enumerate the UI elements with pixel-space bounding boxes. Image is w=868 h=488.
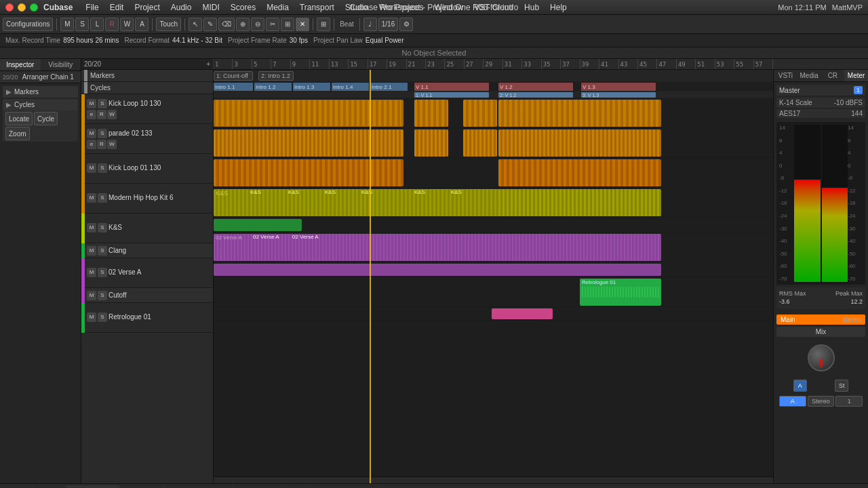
- track-row-verse[interactable]: M S 02 Verse A: [81, 258, 213, 288]
- mute-hiphop[interactable]: M: [87, 193, 96, 203]
- section-intro12[interactable]: Intro 1.2: [254, 83, 292, 91]
- mute-retrologue[interactable]: M: [87, 312, 96, 322]
- clip-kick2-intro[interactable]: [214, 159, 403, 186]
- tool-zoom-in[interactable]: ⊕: [236, 18, 250, 31]
- routing-a-btn[interactable]: A: [779, 396, 806, 407]
- mode-a-button[interactable]: A: [135, 18, 149, 31]
- quantize-button[interactable]: 1/16: [378, 18, 398, 31]
- track-row-retrologue[interactable]: M S Retrologue 01: [81, 303, 213, 333]
- menu-transport[interactable]: Transport: [295, 1, 339, 14]
- clip-cutoff[interactable]: [214, 264, 661, 276]
- btab-editor[interactable]: Editor: [33, 485, 66, 488]
- section-v13[interactable]: V 1.3: [581, 83, 656, 91]
- section-intro11[interactable]: Intro 1.1: [214, 83, 253, 91]
- solo-retrologue[interactable]: S: [98, 312, 107, 322]
- track-row-cutoff[interactable]: M S Cutoff: [81, 288, 213, 303]
- metronome-button[interactable]: ♩: [363, 18, 377, 31]
- inspector-tab-visibility[interactable]: Visibility: [41, 59, 81, 70]
- solo-hiphop[interactable]: S: [98, 193, 107, 203]
- minimize-button[interactable]: [18, 3, 26, 12]
- fullscreen-button[interactable]: [30, 3, 38, 12]
- mute-cutoff[interactable]: M: [87, 291, 96, 300]
- track-row-hiphop[interactable]: M S Modern Hip Hop Kit 6: [81, 184, 213, 214]
- solo-kick1[interactable]: S: [98, 99, 107, 108]
- btab-settings[interactable]: ⚙: [286, 485, 307, 489]
- track-row-ks[interactable]: M S K&S: [81, 214, 213, 243]
- solo-kick2[interactable]: S: [98, 163, 107, 173]
- tool-zoom-out[interactable]: ⊖: [251, 18, 264, 31]
- cycles-header[interactable]: ▶ Cycles: [3, 99, 78, 110]
- mode-s-button[interactable]: S: [75, 18, 89, 31]
- ch-btn-a[interactable]: A: [793, 380, 807, 392]
- routing-stereo-btn[interactable]: Stereo: [808, 396, 835, 407]
- tool-glue[interactable]: ⊞: [281, 18, 294, 31]
- clip-kick1-v11a[interactable]: [414, 100, 448, 127]
- btab-mixconsole[interactable]: MixConsole: [66, 485, 119, 488]
- clip-pink[interactable]: [492, 308, 553, 319]
- horizontal-scrollbar[interactable]: [214, 476, 773, 483]
- tool-scissors[interactable]: ✂: [266, 18, 279, 31]
- solo-parade[interactable]: S: [98, 129, 107, 138]
- solo-cutoff[interactable]: S: [98, 291, 107, 300]
- menu-project[interactable]: Project: [130, 1, 164, 14]
- write-parade[interactable]: W: [107, 140, 117, 149]
- tool-eraser[interactable]: ⌫: [218, 18, 235, 31]
- mute-parade[interactable]: M: [87, 129, 96, 138]
- clip-parade-intro[interactable]: [214, 129, 403, 157]
- clip-kick2-v12-v13[interactable]: [498, 159, 661, 186]
- channel-select[interactable]: Main stereo: [776, 314, 865, 325]
- close-button[interactable]: [5, 3, 14, 12]
- clip-retrologue[interactable]: Retrologue 01: [580, 279, 661, 306]
- write-kick1[interactable]: W: [107, 110, 117, 119]
- markers-header[interactable]: ▶ Markers: [3, 86, 78, 98]
- menu-help[interactable]: Help: [545, 1, 572, 14]
- section-v12[interactable]: V 1.2: [498, 83, 573, 91]
- right-tab-media[interactable]: Media: [797, 70, 821, 81]
- main-knob[interactable]: [808, 344, 835, 371]
- clip-parade-v11a[interactable]: [414, 129, 448, 157]
- clip-parade-v11b[interactable]: [463, 129, 497, 157]
- right-tab-vsti[interactable]: VSTi: [774, 70, 797, 81]
- menu-edit[interactable]: Edit: [105, 1, 129, 14]
- configurations-dropdown[interactable]: Configurations: [3, 18, 53, 31]
- clip-clang[interactable]: [214, 219, 302, 231]
- ch-btn-stereo[interactable]: St: [835, 380, 848, 392]
- track-row-cycles[interactable]: Cycles: [81, 82, 213, 94]
- right-tab-meter[interactable]: Meter: [844, 70, 868, 81]
- track-row-parade[interactable]: M S parade 02 133 e R W: [81, 124, 213, 154]
- clip-ks-v2[interactable]: [498, 189, 661, 216]
- menu-hub[interactable]: Hub: [519, 1, 544, 14]
- track-row-clang[interactable]: M S Clang: [81, 243, 213, 258]
- menu-media[interactable]: Media: [262, 1, 294, 14]
- section-v11[interactable]: V 1.1: [414, 83, 489, 91]
- clip-kick1-v12-v13[interactable]: [498, 100, 661, 127]
- track-row-kick2[interactable]: M S Kick Loop 01 130: [81, 154, 213, 184]
- solo-ks[interactable]: S: [98, 223, 107, 232]
- btab-track[interactable]: Track: [0, 485, 33, 488]
- mode-l-button[interactable]: L: [90, 18, 104, 31]
- solo-clang[interactable]: S: [98, 246, 107, 256]
- mute-ks[interactable]: M: [87, 223, 96, 232]
- clip-kick1-v11b[interactable]: [463, 100, 497, 127]
- menu-file[interactable]: File: [81, 1, 103, 14]
- solo-verse[interactable]: S: [98, 268, 107, 277]
- snap-button[interactable]: ⊞: [317, 18, 330, 31]
- automation-parade[interactable]: e: [87, 140, 96, 149]
- clip-parade-v12-v13[interactable]: [498, 129, 661, 157]
- mute-clang[interactable]: M: [87, 246, 96, 256]
- mute-verse[interactable]: M: [87, 268, 96, 277]
- window-controls[interactable]: [5, 3, 38, 12]
- track-row-markers[interactable]: Markers: [81, 70, 213, 82]
- btab-sampler-control[interactable]: Sampler Control: [164, 485, 232, 488]
- mode-m-button[interactable]: M: [60, 18, 74, 31]
- menu-scores[interactable]: Scores: [226, 1, 260, 14]
- zoom-button[interactable]: Zoom: [5, 127, 30, 140]
- section-intro21[interactable]: Intro 2.1: [370, 83, 408, 91]
- right-tab-cr[interactable]: CR: [821, 70, 845, 81]
- mute-kick2[interactable]: M: [87, 163, 96, 173]
- read-kick1[interactable]: R: [97, 110, 106, 119]
- section-intro13[interactable]: Intro 1.3: [293, 83, 330, 91]
- touch-mode-button[interactable]: Touch: [156, 18, 181, 31]
- mute-kick1[interactable]: M: [87, 99, 96, 108]
- routing-1-btn[interactable]: 1: [835, 396, 863, 407]
